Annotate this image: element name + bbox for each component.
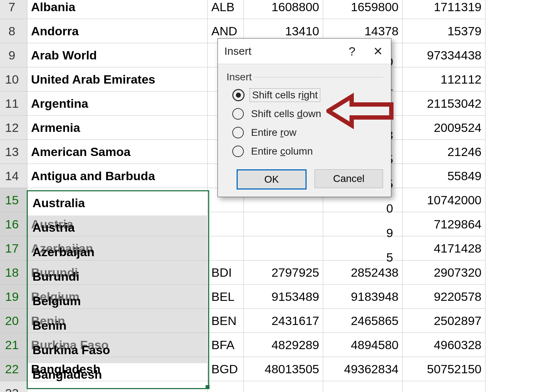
row-header[interactable]: 15 (0, 188, 27, 212)
cell-country-name[interactable]: Albania (27, 0, 208, 19)
cell-country-code[interactable] (208, 236, 244, 260)
table-row[interactable]: 18BurundiBDI279792528524382907320 (0, 260, 485, 285)
cell-country-name[interactable]: United Arab Emirates (27, 67, 208, 92)
radio-icon (232, 146, 244, 157)
close-button[interactable]: × (365, 43, 391, 60)
cell-country-code[interactable]: BEN (208, 309, 244, 333)
cell-value[interactable]: 7129864 (403, 212, 485, 236)
dialog-title: Insert (218, 45, 339, 57)
row-header[interactable]: 11 (0, 92, 27, 116)
cell-value[interactable]: 2797925 (244, 260, 323, 285)
cell-value[interactable]: 2907320 (403, 260, 485, 285)
cell[interactable] (27, 381, 208, 392)
cell-value[interactable]: 2009524 (403, 116, 485, 140)
help-button[interactable]: ? (339, 44, 365, 58)
cell-country-name[interactable]: Burundi (27, 260, 208, 285)
cell-country-name[interactable]: Azerbaijan (27, 236, 208, 260)
option-shift-cells-down[interactable]: Shift cells down (232, 104, 391, 123)
cell-country-name[interactable]: Austria (27, 212, 208, 236)
cell-value[interactable]: 21246 (403, 140, 485, 164)
table-row[interactable]: 7AlbaniaALB160880016598001711319 (0, 0, 485, 19)
cell-country-code[interactable]: BDI (208, 260, 244, 285)
cell-value[interactable]: 55849 (403, 164, 485, 188)
table-row[interactable]: 22BangladeshBGD480135054936283450752150 (0, 357, 485, 381)
cell-country-name[interactable]: American Samoa (27, 140, 208, 164)
cell-value[interactable]: 49362834 (323, 357, 403, 381)
cell-country-name[interactable]: Belgium (27, 285, 208, 309)
option-entire-row[interactable]: Entire row (232, 123, 391, 142)
cell-country-code[interactable]: BFA (208, 333, 244, 357)
cell-value[interactable]: 4960328 (403, 333, 485, 357)
cell-value[interactable]: 9183948 (323, 285, 403, 309)
table-row[interactable]: 23 (0, 381, 485, 392)
row-header[interactable]: 17 (0, 236, 27, 260)
row-header[interactable]: 16 (0, 212, 27, 236)
option-entire-column[interactable]: Entire column (232, 142, 391, 161)
cell-country-name[interactable]: Australia (27, 188, 208, 212)
row-header[interactable]: 12 (0, 116, 27, 140)
cancel-button[interactable]: Cancel (315, 169, 383, 188)
row-header[interactable]: 22 (0, 357, 27, 381)
cell-country-name[interactable]: Arab World (27, 43, 208, 67)
group-label: Insert (218, 64, 391, 86)
row-header[interactable]: 9 (0, 43, 27, 67)
cell-country-name[interactable]: Bangladesh (27, 357, 208, 381)
cell-value[interactable]: 15379 (403, 19, 485, 43)
cell-value[interactable]: 9220578 (403, 285, 485, 309)
cell-country-code[interactable]: BEL (208, 285, 244, 309)
cell-value[interactable] (244, 236, 323, 260)
selection-handle[interactable] (206, 385, 210, 389)
option-label: Entire row (249, 126, 299, 139)
cell-country-code[interactable]: ALB (208, 0, 244, 19)
row-header[interactable]: 18 (0, 260, 27, 285)
table-row[interactable]: 19BelgiumBEL915348991839489220578 (0, 285, 485, 309)
table-row[interactable]: 21Burkina FasoBFA482928948945804960328 (0, 333, 485, 357)
cell-value[interactable]: 1711319 (403, 0, 485, 19)
cell-value[interactable]: 10742000 (403, 188, 485, 212)
row-header[interactable]: 7 (0, 0, 27, 19)
cell-value[interactable]: 4894580 (323, 333, 403, 357)
row-header[interactable]: 10 (0, 67, 27, 92)
cell[interactable] (244, 381, 323, 392)
cell-value[interactable]: 4829289 (244, 333, 323, 357)
cell-value[interactable]: 2431617 (244, 309, 323, 333)
cell-value[interactable]: 48013505 (244, 357, 323, 381)
row-header[interactable]: 20 (0, 309, 27, 333)
cell[interactable] (208, 381, 244, 392)
cell-value[interactable]: 21153042 (403, 92, 485, 116)
cell-value[interactable]: 2502897 (403, 309, 485, 333)
cell-country-name[interactable]: Benin (27, 309, 208, 333)
cell-value[interactable]: 4171428 (403, 236, 485, 260)
row-header[interactable]: 21 (0, 333, 27, 357)
row-header[interactable]: 8 (0, 19, 27, 43)
cell-country-name[interactable]: Antigua and Barbuda (27, 164, 208, 188)
row-header[interactable]: 23 (0, 381, 27, 392)
cell-value[interactable] (244, 212, 323, 236)
cell-country-name[interactable]: Burkina Faso (27, 333, 208, 357)
option-label: Shift cells right (250, 88, 320, 102)
cell-country-code[interactable]: BGD (208, 357, 244, 381)
cell-country-name[interactable]: Armenia (27, 116, 208, 140)
cell-value[interactable]: 97334438 (403, 43, 485, 67)
cell-country-code[interactable] (208, 212, 244, 236)
ok-button[interactable]: OK (237, 169, 307, 190)
cell[interactable] (403, 381, 485, 392)
dialog-titlebar[interactable]: Insert ? × (218, 39, 391, 64)
table-row[interactable]: 16Austria7129864 (0, 212, 485, 236)
row-header[interactable]: 13 (0, 140, 27, 164)
cell-country-name[interactable]: Andorra (27, 19, 208, 43)
cell-value[interactable]: 2465865 (323, 309, 403, 333)
cell-country-name[interactable]: Argentina (27, 92, 208, 116)
row-header[interactable]: 19 (0, 285, 27, 309)
table-row[interactable]: 20BeninBEN243161724658652502897 (0, 309, 485, 333)
cell-value[interactable]: 1608800 (244, 0, 323, 19)
option-label: Entire column (249, 145, 315, 158)
cell-value[interactable]: 9153489 (244, 285, 323, 309)
cell-value[interactable]: 50752150 (403, 357, 485, 381)
table-row[interactable]: 17Azerbaijan4171428 (0, 236, 485, 260)
option-shift-cells-right[interactable]: Shift cells right (232, 86, 391, 104)
cell-value[interactable]: 1659800 (323, 0, 403, 19)
cell-value[interactable]: 112112 (403, 67, 485, 92)
row-header[interactable]: 14 (0, 164, 27, 188)
cell[interactable] (323, 381, 403, 392)
